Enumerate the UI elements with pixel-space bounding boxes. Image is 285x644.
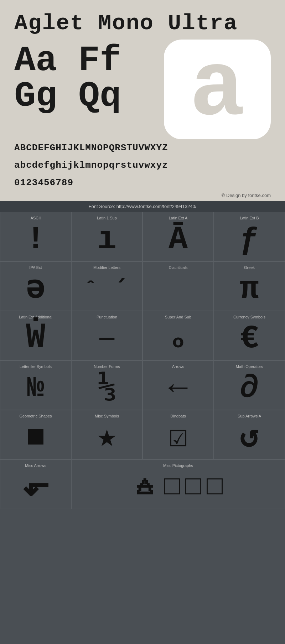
- glyph-label-letterlike: Letterlike Symbols: [20, 364, 52, 369]
- glyph-label-mathops: Math Operators: [236, 364, 263, 369]
- pictograph-1: 🜁: [132, 474, 160, 501]
- glyph-label-superandsub: Super And Sub: [165, 315, 191, 320]
- pictograph-4: □: [207, 474, 224, 501]
- glyph-cell-letterlike: Letterlike Symbols №: [0, 360, 71, 410]
- glyph-cell-superandsub: Super And Sub ₒ: [142, 311, 214, 360]
- glyph-char-punctuation: —: [99, 323, 114, 355]
- glyph-cell-mathops: Math Operators ∂: [214, 360, 285, 410]
- glyph-char-ipaext: ə: [26, 273, 45, 305]
- glyph-char-currency: €: [240, 323, 259, 355]
- letter-pair-ff: Ff: [78, 43, 121, 79]
- glyph-label-dingbats: Dingbats: [170, 414, 186, 419]
- copyright: © Design by fontke.com: [14, 190, 271, 201]
- glyph-char-greek: π: [240, 273, 259, 305]
- glyph-char-ascii: !: [26, 224, 45, 256]
- dark-section: Font Source: http://www.fontke.com/font/…: [0, 201, 285, 509]
- glyph-char-latinextb: ƒ: [240, 224, 259, 256]
- glyph-char-suparrowsa: ↺: [240, 422, 259, 454]
- letter-pair-aa: Aa: [14, 43, 57, 79]
- glyph-label-miscpictographs: Misc Pictographs: [163, 463, 193, 468]
- glyph-label-latinextadd: Latin Ext Additional: [19, 315, 52, 320]
- header-section: Aglet Mono Ultra Aa Ff Gg Qq a ABCDEFGHI…: [0, 0, 285, 201]
- big-letter-background: a: [164, 40, 271, 139]
- pictograph-2: □: [164, 474, 182, 501]
- glyph-cell-latin1sup: Latin 1 Sup ı: [71, 212, 142, 261]
- glyph-cell-miscarrows: Misc Arrows ⬐: [0, 459, 71, 509]
- digits: 0123456789: [14, 176, 271, 190]
- glyph-cell-latinexta: Latin Ext A Ā: [142, 212, 214, 261]
- glyph-char-mathops: ∂: [240, 372, 259, 404]
- glyph-label-latinextb: Latin Ext B: [240, 216, 259, 221]
- glyph-char-latinextadd: Ẇ: [26, 323, 45, 355]
- glyph-label-latin1sup: Latin 1 Sup: [97, 216, 117, 221]
- glyph-cell-dingbats: Dingbats ☑: [142, 410, 214, 459]
- glyph-label-currency: Currency Symbols: [233, 315, 265, 320]
- glyph-char-miscarrows: ⬐: [22, 471, 49, 503]
- glyph-char-arrows: ←: [169, 372, 188, 404]
- glyph-label-miscsymbols: Misc Symbols: [95, 414, 119, 419]
- letter-pair-gg: Gg: [14, 79, 57, 114]
- glyph-char-latin1sup: ı: [97, 224, 116, 256]
- font-source-bar: Font Source: http://www.fontke.com/font/…: [0, 201, 285, 212]
- letter-pair-qq: Qq: [78, 79, 121, 114]
- glyph-cell-diacriticals: Diacriticals: [142, 261, 214, 311]
- glyph-char-miscsymbols: ★: [97, 422, 116, 454]
- alphabet-upper: ABCDEFGHIJKLMNOPQRSTUVWXYZ: [14, 141, 271, 155]
- glyph-char-modletters: ˆ ˊ: [85, 273, 129, 305]
- glyph-char-letterlike: №: [27, 372, 44, 404]
- glyph-label-miscarrows: Misc Arrows: [25, 463, 46, 468]
- alphabet-lower: abcdefghijklmnopqrstuvwxyz: [14, 159, 271, 172]
- glyph-label-ipaext: IPA Ext: [29, 265, 42, 270]
- pictograph-3: □: [185, 474, 203, 501]
- glyph-cell-punctuation: Punctuation —: [71, 311, 142, 360]
- glyph-cell-latinextadd: Latin Ext Additional Ẇ: [0, 311, 71, 360]
- font-title: Aglet Mono Ultra: [14, 11, 271, 36]
- glyph-char-superandsub: ₒ: [169, 323, 188, 355]
- glyph-cell-currency: Currency Symbols €: [214, 311, 285, 360]
- glyph-cell-greek: Greek π: [214, 261, 285, 311]
- glyph-label-suparrowsa: Sup Arrows A: [238, 414, 261, 419]
- glyph-cell-suparrowsa: Sup Arrows A ↺: [214, 410, 285, 459]
- glyph-cell-modletters: Modifier Letters ˆ ˊ: [71, 261, 142, 311]
- glyph-cell-geoshapes: Geometric Shapes ■: [0, 410, 71, 459]
- glyph-char-miscpictographs: 🜁 □ □ □: [132, 471, 224, 503]
- glyph-label-greek: Greek: [244, 265, 255, 270]
- glyph-cell-miscpictographs: Misc Pictographs 🜁 □ □ □: [71, 459, 285, 509]
- glyph-cell-ascii: ASCII !: [0, 212, 71, 261]
- glyph-cell-miscsymbols: Misc Symbols ★: [71, 410, 142, 459]
- glyph-label-punctuation: Punctuation: [97, 315, 117, 320]
- glyph-label-diacriticals: Diacriticals: [169, 265, 187, 270]
- glyph-char-latinexta: Ā: [169, 224, 188, 256]
- glyph-char-geoshapes: ■: [26, 422, 45, 454]
- glyph-label-modletters: Modifier Letters: [93, 265, 120, 270]
- glyph-cell-arrows: Arrows ←: [142, 360, 214, 410]
- glyph-char-dingbats: ☑: [169, 422, 188, 454]
- glyph-cell-numforms: Number Forms ⅓: [71, 360, 142, 410]
- glyph-label-geoshapes: Geometric Shapes: [19, 414, 52, 419]
- glyph-label-latinexta: Latin Ext A: [169, 216, 188, 221]
- big-letter: a: [190, 50, 245, 129]
- letter-showcase: Aa Ff Gg Qq a: [14, 43, 271, 136]
- glyph-char-numforms: ⅓: [98, 372, 116, 404]
- glyph-grid: ASCII ! Latin 1 Sup ı Latin Ext A Ā Lati…: [0, 212, 285, 509]
- glyph-label-numforms: Number Forms: [94, 364, 120, 369]
- glyph-cell-latinextb: Latin Ext B ƒ: [214, 212, 285, 261]
- glyph-cell-ipaext: IPA Ext ə: [0, 261, 71, 311]
- glyph-label-arrows: Arrows: [172, 364, 184, 369]
- glyph-label-ascii: ASCII: [31, 216, 41, 221]
